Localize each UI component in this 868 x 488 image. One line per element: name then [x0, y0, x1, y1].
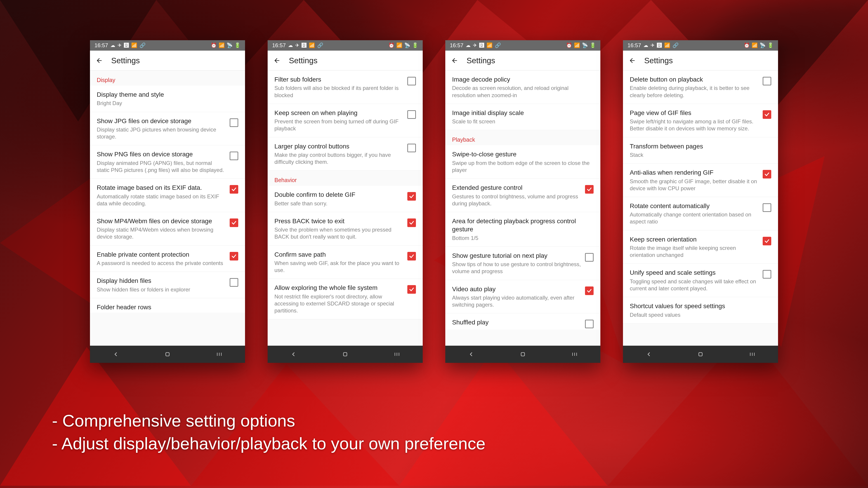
- checkbox[interactable]: [230, 152, 238, 160]
- settings-list[interactable]: Image decode policy Decode as screen res…: [445, 70, 600, 363]
- setting-title: Extended gesture control: [452, 184, 581, 192]
- promo-caption: - Comprehensive setting options - Adjust…: [52, 410, 486, 455]
- checkbox[interactable]: [230, 119, 238, 127]
- status-time: 16:57: [450, 42, 463, 48]
- nav-recent-button[interactable]: [740, 350, 765, 359]
- page-title: Settings: [111, 56, 140, 65]
- settings-row[interactable]: Video auto play Always start playing vid…: [445, 280, 600, 314]
- settings-list[interactable]: Filter sub folders Sub folders will also…: [268, 70, 423, 363]
- settings-row[interactable]: Display hidden files Show hidden files o…: [90, 272, 245, 298]
- settings-row[interactable]: Shuffled play: [445, 313, 600, 330]
- settings-row[interactable]: Transform between pages Stack: [623, 137, 778, 164]
- back-button[interactable]: [95, 57, 103, 64]
- status-icon: ☁: [466, 42, 471, 48]
- nav-home-button[interactable]: [510, 350, 535, 359]
- checkbox[interactable]: [763, 170, 771, 178]
- app-bar: Settings: [623, 51, 778, 70]
- settings-row[interactable]: Area for detecting playback progress con…: [445, 212, 600, 247]
- nav-recent-button[interactable]: [207, 350, 232, 359]
- nav-recent-button[interactable]: [384, 350, 409, 359]
- checkbox[interactable]: [763, 270, 771, 279]
- nav-back-button[interactable]: [281, 350, 306, 359]
- status-icon: 📶: [752, 42, 758, 48]
- svg-rect-20: [521, 352, 524, 356]
- checkbox[interactable]: [585, 253, 594, 262]
- settings-row[interactable]: Show PNG files on device storage Display…: [90, 145, 245, 179]
- settings-row[interactable]: Display theme and style Bright Day: [90, 86, 245, 112]
- setting-title: Larger play control buttons: [274, 142, 404, 151]
- settings-row[interactable]: Confirm save path When saving web GIF, a…: [268, 246, 423, 279]
- checkbox[interactable]: [407, 77, 416, 86]
- page-title: Settings: [289, 56, 317, 65]
- nav-home-button[interactable]: [688, 350, 713, 359]
- settings-row[interactable]: Rotate content automatically Automatical…: [623, 197, 778, 230]
- settings-row[interactable]: Delete button on playback Enable deletin…: [623, 70, 778, 104]
- settings-row[interactable]: Shortcut values for speed settings Defau…: [623, 297, 778, 324]
- setting-title: Confirm save path: [274, 251, 404, 259]
- checkbox[interactable]: [407, 219, 416, 227]
- settings-row[interactable]: Larger play control buttons Make the pla…: [268, 137, 423, 171]
- status-icon: ⏰: [566, 42, 572, 48]
- system-nav-bar: [90, 346, 245, 363]
- settings-row[interactable]: Swipe-to-close gesture Swipe up from the…: [445, 145, 600, 179]
- checkbox[interactable]: [763, 237, 771, 246]
- nav-recent-button[interactable]: [562, 350, 587, 359]
- settings-row[interactable]: Extended gesture control Gestures to con…: [445, 179, 600, 212]
- settings-row[interactable]: Show MP4/Webm files on device storage Di…: [90, 212, 245, 246]
- settings-row[interactable]: Keep screen on when playing Prevent the …: [268, 104, 423, 137]
- setting-description: Display static JPG pictures when browsin…: [97, 126, 226, 140]
- back-button[interactable]: [273, 57, 281, 64]
- status-icon: 🔋: [412, 42, 418, 48]
- checkbox[interactable]: [585, 185, 594, 194]
- checkbox[interactable]: [407, 192, 416, 201]
- nav-back-button[interactable]: [636, 350, 661, 359]
- checkbox[interactable]: [230, 252, 238, 260]
- settings-row[interactable]: Double confirm to delete GIF Better safe…: [268, 186, 423, 212]
- settings-row[interactable]: Page view of GIF files Swipe left/right …: [623, 104, 778, 137]
- setting-title: Keep screen orientation: [630, 235, 759, 243]
- status-icon: 📶: [487, 42, 493, 48]
- settings-row[interactable]: Show JPG files on device storage Display…: [90, 112, 245, 145]
- checkbox[interactable]: [407, 285, 416, 294]
- settings-row[interactable]: Image decode policy Decode as screen res…: [445, 70, 600, 104]
- checkbox[interactable]: [230, 278, 238, 287]
- checkbox[interactable]: [407, 252, 416, 260]
- setting-title: Keep screen on when playing: [274, 109, 404, 117]
- checkbox[interactable]: [407, 144, 416, 152]
- system-nav-bar: [445, 346, 600, 363]
- back-button[interactable]: [451, 57, 458, 64]
- settings-row[interactable]: Rotate image based on its EXIF data. Aut…: [90, 179, 245, 212]
- setting-description: Better safe than sorry.: [274, 200, 404, 207]
- nav-home-button[interactable]: [333, 350, 358, 359]
- setting-description: A password is needed to access the priva…: [97, 260, 226, 267]
- section-header: Playback: [445, 130, 600, 145]
- checkbox[interactable]: [763, 77, 771, 86]
- setting-title: Enable private content protection: [97, 251, 226, 259]
- checkbox[interactable]: [230, 185, 238, 194]
- settings-row[interactable]: Enable private content protection A pass…: [90, 246, 245, 272]
- checkbox[interactable]: [585, 320, 594, 328]
- settings-row[interactable]: Anti-alias when rendering GIF Smooth the…: [623, 164, 778, 197]
- setting-description: Stack: [630, 151, 768, 158]
- checkbox[interactable]: [230, 219, 238, 227]
- checkbox[interactable]: [763, 110, 771, 119]
- nav-back-button[interactable]: [103, 350, 128, 359]
- checkbox[interactable]: [763, 203, 771, 212]
- setting-description: Bottom 1/5: [452, 234, 590, 241]
- nav-back-button[interactable]: [459, 350, 484, 359]
- setting-title: Shuffled play: [452, 318, 581, 326]
- settings-row[interactable]: Image initial display scale Scale to fit…: [445, 104, 600, 130]
- nav-home-button[interactable]: [155, 350, 180, 359]
- settings-row[interactable]: Filter sub folders Sub folders will also…: [268, 70, 423, 104]
- settings-list[interactable]: Delete button on playback Enable deletin…: [623, 70, 778, 363]
- settings-row[interactable]: Show gesture tutorial on next play Show …: [445, 247, 600, 280]
- settings-row[interactable]: Unify speed and scale settings Toggling …: [623, 264, 778, 297]
- settings-row[interactable]: Press BACK twice to exit Solve the probl…: [268, 212, 423, 246]
- settings-row[interactable]: Keep screen orientation Rotate the image…: [623, 230, 778, 264]
- back-button[interactable]: [628, 57, 636, 64]
- checkbox[interactable]: [585, 287, 594, 295]
- settings-row[interactable]: Folder header rows: [90, 298, 245, 313]
- settings-row[interactable]: Allow exploring the whole file system No…: [268, 279, 423, 319]
- settings-list[interactable]: Display Display theme and style Bright D…: [90, 70, 245, 363]
- checkbox[interactable]: [407, 110, 416, 119]
